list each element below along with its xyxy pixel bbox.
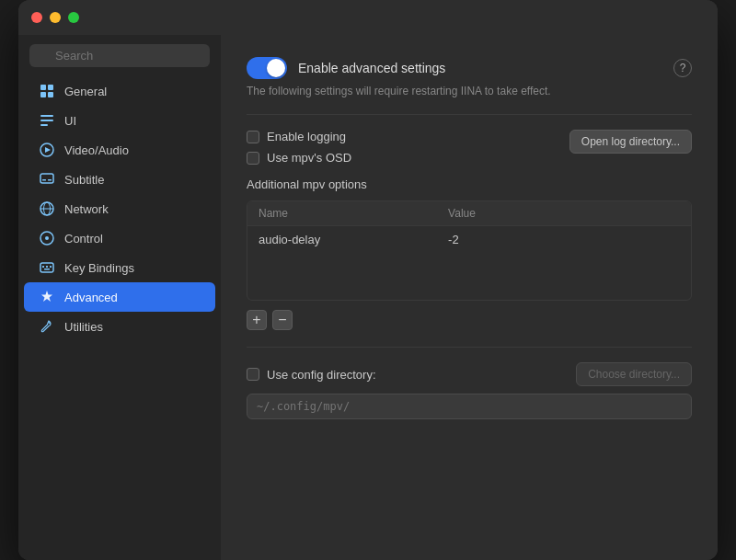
svg-rect-2	[40, 92, 46, 97]
divider-2	[247, 347, 692, 348]
col-name-header: Name	[259, 207, 448, 220]
config-section: Use config directory: Choose directory..…	[247, 362, 692, 386]
maximize-button[interactable]	[68, 12, 79, 23]
add-row-button[interactable]: +	[247, 310, 267, 330]
sidebar-item-ui-label: UI	[64, 114, 76, 128]
enable-logging-label: Enable logging	[267, 130, 346, 143]
toggle-section: Enable advanced settings	[247, 57, 445, 79]
sidebar-item-control[interactable]: Control	[24, 223, 215, 253]
sidebar-item-videoaudio[interactable]: Video/Audio	[24, 135, 215, 165]
sidebar-item-ui[interactable]: UI	[24, 106, 215, 135]
cell-audio-delay-value: -2	[448, 233, 680, 246]
sidebar-item-utilities[interactable]: Utilities	[24, 312, 215, 341]
sidebar-item-general[interactable]: General	[24, 76, 215, 106]
advanced-settings-toggle[interactable]	[247, 57, 287, 79]
sidebar-item-utilities-label: Utilities	[64, 320, 103, 334]
table-actions: + −	[247, 310, 692, 330]
toggle-subtitle: The following settings will require rest…	[247, 85, 692, 97]
enable-logging-checkbox[interactable]	[247, 131, 259, 143]
svg-rect-6	[40, 124, 48, 126]
choose-directory-button[interactable]: Choose directory...	[576, 362, 692, 386]
control-icon	[39, 230, 55, 246]
search-wrapper: 🔍	[29, 44, 210, 67]
svg-marker-8	[45, 147, 51, 153]
advanced-icon	[39, 289, 55, 305]
config-path-input[interactable]	[247, 394, 692, 419]
sidebar-item-control-label: Control	[64, 232, 103, 246]
svg-rect-9	[40, 174, 53, 183]
mpv-options-table: Name Value audio-delay -2	[247, 200, 692, 301]
open-log-directory-button[interactable]: Open log directory...	[569, 130, 692, 154]
svg-rect-10	[42, 179, 46, 181]
general-icon	[39, 83, 55, 99]
help-icon[interactable]: ?	[673, 59, 692, 77]
search-input[interactable]	[29, 44, 210, 67]
sidebar-item-keybindings-label: Key Bindings	[64, 261, 134, 275]
config-dir-row[interactable]: Use config directory:	[247, 368, 376, 382]
sidebar-item-keybindings[interactable]: Key Bindings	[24, 253, 215, 282]
close-button[interactable]	[31, 12, 42, 23]
mpv-osd-row[interactable]: Use mpv's OSD	[247, 151, 351, 165]
mpv-options-title: Additional mpv options	[247, 177, 692, 191]
svg-rect-5	[40, 120, 53, 121]
col-value-header: Value	[448, 207, 680, 220]
mpv-osd-checkbox[interactable]	[247, 152, 259, 165]
titlebar	[18, 0, 718, 35]
svg-rect-19	[46, 266, 48, 268]
app-window: 🔍 General	[18, 0, 718, 560]
sidebar-item-network-label: Network	[64, 202, 109, 216]
sidebar-item-subtitle-label: Subtitle	[64, 173, 104, 187]
svg-rect-1	[48, 85, 53, 90]
sidebar-item-advanced-label: Advanced	[64, 291, 118, 304]
toggle-knob	[267, 59, 285, 77]
table-body: audio-delay -2	[247, 226, 691, 300]
svg-point-22	[49, 322, 51, 324]
sidebar-item-advanced[interactable]: Advanced	[24, 282, 215, 312]
subtitle-icon	[39, 171, 55, 188]
svg-rect-3	[48, 92, 53, 97]
svg-rect-18	[42, 266, 44, 268]
divider-1	[247, 114, 692, 115]
minimize-button[interactable]	[50, 12, 61, 23]
keybindings-icon	[39, 259, 55, 276]
sidebar-item-general-label: General	[64, 85, 107, 98]
ui-icon	[39, 112, 55, 129]
svg-rect-21	[44, 269, 50, 270]
cell-audio-delay-name: audio-delay	[259, 233, 448, 246]
toggle-row: Enable advanced settings ?	[247, 57, 692, 79]
enable-logging-row[interactable]: Enable logging	[247, 130, 351, 143]
table-row[interactable]: audio-delay -2	[247, 226, 691, 253]
svg-rect-0	[40, 85, 46, 90]
config-dir-checkbox[interactable]	[247, 368, 259, 381]
sidebar: 🔍 General	[18, 35, 221, 560]
videoaudio-icon	[39, 142, 55, 158]
svg-rect-20	[50, 266, 52, 268]
svg-point-16	[45, 236, 49, 240]
main-content: Enable advanced settings ? The following…	[221, 35, 718, 560]
config-dir-label: Use config directory:	[267, 368, 376, 382]
sidebar-item-subtitle[interactable]: Subtitle	[24, 165, 215, 194]
content-area: 🔍 General	[18, 35, 718, 560]
logging-section: Enable logging Use mpv's OSD Open log di…	[247, 130, 692, 165]
sidebar-item-videoaudio-label: Video/Audio	[64, 143, 129, 157]
svg-rect-11	[48, 179, 52, 181]
search-container: 🔍	[18, 44, 221, 76]
remove-row-button[interactable]: −	[272, 310, 293, 330]
utilities-icon	[39, 318, 55, 335]
checkboxes: Enable logging Use mpv's OSD	[247, 130, 351, 165]
toggle-title: Enable advanced settings	[298, 61, 445, 75]
sidebar-item-network[interactable]: Network	[24, 194, 215, 223]
network-icon	[39, 200, 55, 217]
mpv-osd-label: Use mpv's OSD	[267, 151, 351, 165]
table-header: Name Value	[247, 201, 691, 226]
svg-rect-4	[40, 115, 53, 117]
